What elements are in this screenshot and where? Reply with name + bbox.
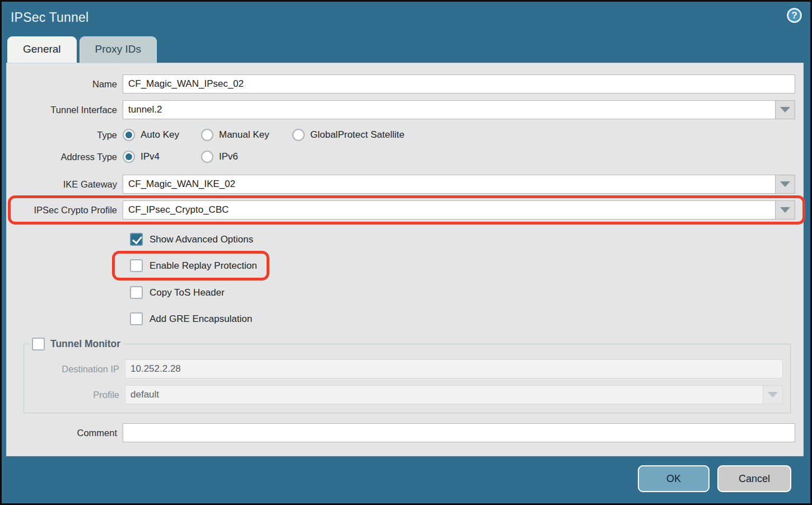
ike-gateway-label: IKE Gateway xyxy=(7,179,123,190)
ike-gateway-dropdown-button[interactable] xyxy=(776,175,795,194)
profile-row: Profile xyxy=(24,385,790,404)
dialog-title: IPSec Tunnel xyxy=(11,10,88,25)
ipsec-crypto-profile-dropdown-button[interactable] xyxy=(776,200,795,219)
destination-ip-input xyxy=(125,359,783,378)
ipsec-crypto-profile-row: IPSec Crypto Profile xyxy=(7,200,803,219)
cancel-button[interactable]: Cancel xyxy=(717,465,791,492)
help-icon[interactable]: ? xyxy=(787,8,802,23)
general-tab-panel: Name Tunnel Interface Type Auto Key xyxy=(6,63,804,456)
tunnel-interface-row: Tunnel Interface xyxy=(7,100,803,119)
name-input[interactable] xyxy=(123,74,795,93)
checkbox-icon xyxy=(130,312,143,325)
checkbox-icon xyxy=(130,286,143,299)
chevron-down-icon xyxy=(780,207,790,213)
type-option-manual-key[interactable]: Manual Key xyxy=(201,129,292,141)
profile-label: Profile xyxy=(24,390,125,400)
destination-ip-row: Destination IP xyxy=(24,359,790,378)
radio-icon xyxy=(201,129,213,141)
address-type-label: Address Type xyxy=(7,152,123,162)
tab-general[interactable]: General xyxy=(7,36,77,63)
type-label: Type xyxy=(7,130,123,141)
comment-row: Comment xyxy=(7,423,803,442)
type-option-globalprotect-satellite[interactable]: GlobalProtect Satellite xyxy=(292,129,404,141)
tunnel-interface-label: Tunnel Interface xyxy=(7,105,123,115)
tab-proxy-ids-label: Proxy IDs xyxy=(95,43,141,55)
chevron-down-icon xyxy=(768,392,778,398)
add-gre-encapsulation-row: Add GRE Encapsulation xyxy=(130,311,803,326)
comment-input[interactable] xyxy=(123,423,795,442)
checkbox-icon xyxy=(130,259,143,272)
address-type-row: Address Type IPv4 IPv6 xyxy=(7,151,803,163)
copy-tos-header-row: Copy ToS Header xyxy=(130,285,803,300)
tab-general-label: General xyxy=(23,43,61,55)
tab-bar: General Proxy IDs xyxy=(2,36,810,63)
copy-tos-header-checkbox[interactable]: Copy ToS Header xyxy=(130,286,225,299)
tab-proxy-ids[interactable]: Proxy IDs xyxy=(80,36,157,63)
chevron-down-icon xyxy=(780,181,790,187)
enable-replay-protection-checkbox[interactable]: Enable Replay Protection xyxy=(130,259,257,272)
profile-dropdown-button xyxy=(763,385,783,404)
radio-icon xyxy=(292,129,305,141)
tunnel-monitor-label: Tunnel Monitor xyxy=(50,338,120,350)
tunnel-monitor-checkbox[interactable] xyxy=(32,338,45,350)
name-label: Name xyxy=(7,79,123,90)
ike-gateway-input[interactable] xyxy=(123,175,776,194)
address-type-option-ipv6[interactable]: IPv6 xyxy=(201,151,238,163)
checkbox-checked-icon xyxy=(130,233,143,246)
ok-button[interactable]: OK xyxy=(638,465,710,492)
ipsec-crypto-profile-label: IPSec Crypto Profile xyxy=(7,205,123,216)
dialog-footer: OK Cancel xyxy=(2,456,810,503)
ike-gateway-row: IKE Gateway xyxy=(7,175,803,194)
checkbox-icon xyxy=(32,338,45,350)
chevron-down-icon xyxy=(780,107,790,113)
dialog-titlebar: IPSec Tunnel ? xyxy=(2,2,810,36)
radio-icon xyxy=(123,129,135,141)
tunnel-interface-input[interactable] xyxy=(123,100,776,119)
enable-replay-protection-row: Enable Replay Protection xyxy=(130,258,803,273)
show-advanced-options-checkbox[interactable]: Show Advanced Options xyxy=(130,233,253,246)
address-type-radio-group: IPv4 IPv6 xyxy=(123,151,254,163)
show-advanced-options-row: Show Advanced Options xyxy=(130,232,803,247)
tunnel-interface-dropdown-button[interactable] xyxy=(776,100,795,119)
type-option-auto-key[interactable]: Auto Key xyxy=(123,129,201,141)
tunnel-monitor-group: Tunnel Monitor Destination IP Profile xyxy=(24,338,791,413)
address-type-option-ipv4[interactable]: IPv4 xyxy=(123,151,201,163)
ipsec-tunnel-dialog: IPSec Tunnel ? General Proxy IDs Name Tu… xyxy=(0,0,812,505)
ipsec-crypto-profile-input[interactable] xyxy=(123,200,776,219)
type-row: Type Auto Key Manual Key GlobalProtect S… xyxy=(7,129,803,141)
radio-icon xyxy=(201,151,213,163)
profile-input xyxy=(125,385,763,404)
radio-icon xyxy=(123,151,135,163)
comment-label: Comment xyxy=(7,428,123,438)
destination-ip-label: Destination IP xyxy=(24,364,125,375)
name-row: Name xyxy=(7,74,803,93)
add-gre-encapsulation-checkbox[interactable]: Add GRE Encapsulation xyxy=(130,312,252,325)
type-radio-group: Auto Key Manual Key GlobalProtect Satell… xyxy=(123,129,420,141)
